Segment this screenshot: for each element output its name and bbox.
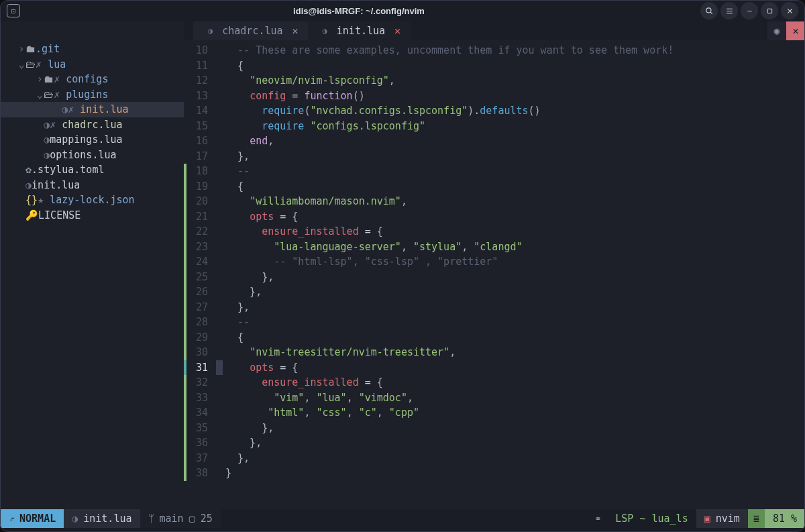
line-text: end, [223,134,274,149]
line-number: 11 [186,58,213,74]
code-line[interactable]: 28 -- [184,315,805,330]
line-number: 24 [186,254,213,270]
tree-item-label: init.lua [80,102,128,117]
line-text: -- [223,164,250,179]
file-icon: ✿ [25,162,32,178]
code-line[interactable]: 25 }, [184,270,805,285]
lsp-status: LSP ~ lua_ls [607,509,696,528]
maximize-icon[interactable] [761,2,778,19]
line-number: 27 [186,300,213,315]
tree-item[interactable]: ◑ ✗ init.lua [0,102,184,117]
code-line[interactable]: 24 -- "html-lsp", "css-lsp" , "prettier" [184,254,805,270]
line-number: 28 [186,315,213,330]
menu-icon[interactable] [720,2,738,19]
tree-item[interactable]: ◑ options.lua [0,148,184,163]
tree-item-label: lua [48,57,66,72]
diff-icon: ▢ [189,513,195,525]
code-line[interactable]: 29 { [184,330,805,345]
tree-item-label: chadrc.lua [62,117,122,133]
mode-icon: ⌌ [8,513,14,525]
vim-mode: ⌌ NORMAL [0,509,64,528]
code-line[interactable]: 17 }, [184,149,805,164]
code-line[interactable]: 33 "vim", "lua", "vimdoc", [184,390,805,406]
minimize-icon[interactable] [741,2,758,19]
file-icon: ◑ [25,178,32,193]
tree-item[interactable]: › 🖿 .git [0,42,184,57]
line-number: 16 [186,134,213,149]
line-text: "html", "css", "c", "cpp" [223,405,419,421]
folder-icon: ▣ [704,513,710,525]
line-text: }, [223,284,262,300]
line-number: 26 [186,284,213,300]
code-line[interactable]: 16 end, [184,134,805,149]
code-line[interactable]: 23 "lua-language-server", "stylua", "cla… [184,240,805,255]
line-text: }, [223,300,250,315]
code-line[interactable]: 10 -- These are some examples, uncomment… [184,43,805,58]
code-line[interactable]: 32 ensure_installed = { [184,375,805,390]
lsp-label: LSP ~ lua_ls [615,513,688,525]
code-line[interactable]: 35 }, [184,421,805,436]
line-number: 20 [186,194,213,209]
line-number: 18 [186,164,213,179]
tree-item-label: LICENSE [38,208,80,223]
close-icon[interactable] [781,2,798,19]
tab-close-icon[interactable]: ✕ [394,25,400,37]
line-text: "nvim-treesitter/nvim-treesitter", [223,345,455,360]
editor-tab[interactable]: ◑chadrc.lua✕ [193,21,308,40]
code-line[interactable]: 15 require "configs.lspconfig" [184,119,805,134]
code-line[interactable]: 19 { [184,179,805,195]
branch-extra: 25 [201,513,213,525]
code-line[interactable]: 26 }, [184,284,805,300]
line-number: 17 [186,149,213,164]
code-line[interactable]: 18 -- [184,164,805,179]
tree-item[interactable]: ◑ ✗ chadrc.lua [0,117,184,133]
code-area[interactable]: 10 -- These are some examples, uncomment… [184,40,805,509]
code-line[interactable]: 13 config = function() [184,89,805,104]
line-text: -- These are some examples, uncomment th… [223,43,674,58]
line-number: 29 [186,330,213,345]
line-number: 10 [186,43,213,58]
tree-item[interactable]: ◑ mappings.lua [0,132,184,148]
status-filename-label: init.lua [83,513,131,525]
code-line[interactable]: 21 opts = { [184,209,805,225]
tab-close-all-icon[interactable]: ✕ [786,21,805,40]
editor-tab[interactable]: ◑init.lua✕ [308,21,411,40]
svg-line-1 [710,12,712,14]
code-line[interactable]: 11 { [184,58,805,74]
code-line[interactable]: 38} [184,466,805,481]
file-icon: 🖿 [44,72,54,87]
line-number: 25 [186,270,213,285]
code-line[interactable]: 36 }, [184,435,805,451]
code-line[interactable]: 12 "neovim/nvim-lspconfig", [184,73,805,89]
tree-item[interactable]: 🔑 LICENSE [0,208,184,223]
tree-item[interactable]: ◑ init.lua [0,178,184,193]
code-line[interactable]: 30 "nvim-treesitter/nvim-treesitter", [184,345,805,360]
code-line[interactable]: 37 }, [184,451,805,466]
tree-item[interactable]: ✿ .stylua.toml [0,162,184,178]
search-icon[interactable] [700,2,718,19]
tree-item-label: options.lua [50,148,116,163]
tab-close-icon[interactable]: ✕ [292,25,299,37]
line-text: ensure_installed = { [223,224,383,240]
tree-item[interactable]: › 🖿 ✗ configs [0,72,184,87]
code-line[interactable]: 34 "html", "css", "c", "cpp" [184,405,805,421]
line-number: 21 [186,209,213,225]
file-tree[interactable]: › 🖿 .git ⌄ 🗁 ✗ lua › 🖿 ✗ configs ⌄ 🗁 ✗ p… [0,21,184,509]
code-line[interactable]: 31 opts = { [184,360,805,376]
line-number: 33 [186,390,213,406]
code-line[interactable]: 22 ensure_installed = { [184,224,805,240]
tree-item-label: mappings.lua [50,132,122,148]
tree-item[interactable]: ⌄ 🗁 ✗ lua [0,57,184,72]
line-number: 22 [186,224,213,240]
tab-overflow-icon[interactable]: ◉ [767,21,786,40]
code-line[interactable]: 14 require("nvchad.configs.lspconfig").d… [184,103,805,119]
line-number: 35 [186,421,213,436]
tree-item[interactable]: {} ★ lazy-lock.json [0,193,184,208]
editor-pane: ◑chadrc.lua✕◑init.lua✕ ◉ ✕ 10 -- These a… [184,21,805,509]
code-line[interactable]: 27 }, [184,300,805,315]
code-line[interactable]: 20 "williamboman/mason.nvim", [184,194,805,209]
line-text: "williamboman/mason.nvim", [223,194,407,209]
lua-icon: ◑ [72,513,78,525]
line-number: 36 [186,435,213,451]
tree-item[interactable]: ⌄ 🗁 ✗ plugins [0,87,184,103]
